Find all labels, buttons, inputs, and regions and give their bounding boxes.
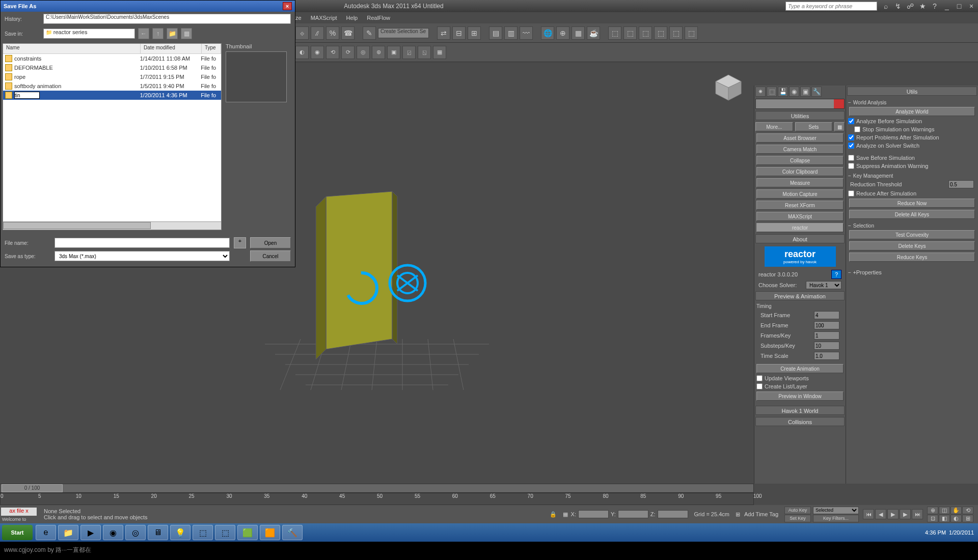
analyze-before-check[interactable] [848,118,854,124]
help-icon[interactable]: ? [930,2,939,11]
teapot-icon[interactable]: ☕ [587,26,600,40]
world-analysis-head[interactable]: World Analysis [846,99,978,106]
time-scale-input[interactable] [814,352,839,360]
util-motion-capture[interactable]: Motion Capture [756,189,843,199]
preview-window-button[interactable]: Preview in Window [756,391,843,401]
history-combo[interactable]: C:\Users\MainWorkStation\Documents\3dsMa… [43,14,291,24]
key-mode-select[interactable]: Selected [813,507,859,514]
file-row[interactable]: DEFORMABLE1/10/2011 6:58 PMFile fo [3,63,221,72]
util-reset-xform[interactable]: Reset XForm [756,201,843,210]
menu-item[interactable]: MAXScript [311,15,337,21]
close-icon[interactable]: × [967,2,976,11]
set-key-button[interactable]: Set Key [784,515,811,522]
add-time-tag[interactable]: Add Time Tag [744,511,778,517]
newfolder-icon[interactable]: 📁 [167,28,178,39]
utilities-tab-icon[interactable]: 🔧 [811,87,822,97]
menu-item[interactable]: Help [346,15,358,21]
solver-switch-check[interactable] [848,143,854,149]
util-maxscript[interactable]: MAXScript [756,212,843,221]
goto-end-icon[interactable]: ⏭ [912,509,923,519]
nav-5-icon[interactable]: ⊡ [927,515,938,522]
r4-icon[interactable]: ⬚ [654,26,667,40]
solver-select[interactable]: Havok 1 [806,281,841,289]
task-app6-icon[interactable]: ⬚ [215,525,235,540]
viewcube-icon[interactable] [713,72,744,103]
update-viewports-check[interactable] [756,375,763,381]
task-explorer-icon[interactable]: 📁 [58,525,78,540]
x-input[interactable] [578,510,609,518]
back-icon[interactable]: ← [138,28,149,39]
nav-7-icon[interactable]: ◐ [950,515,962,522]
nav-6-icon[interactable]: ◧ [939,515,950,522]
util-reactor[interactable]: reactor [756,223,843,232]
open-button[interactable]: Open [250,237,291,248]
utils-rollout-title[interactable]: Utils [847,87,977,96]
havok-rollout-title[interactable]: Havok 1 World [755,406,845,415]
r3-icon[interactable]: ⬚ [639,26,652,40]
task-ie-icon[interactable]: e [36,525,56,540]
grid-icon[interactable]: ▦ [563,511,568,518]
link-tool-icon[interactable]: ⟐ [295,26,309,40]
material-icon[interactable]: ⊕ [556,26,569,40]
preview-rollout-title[interactable]: Preview & Animation [755,291,845,300]
util-collapse[interactable]: Collapse [756,156,843,165]
create-list-check[interactable] [756,383,763,389]
config-button[interactable]: ▦ [834,122,845,131]
util-measure[interactable]: Measure [756,178,843,187]
about-rollout-title[interactable]: About [755,234,845,243]
end-frame-input[interactable] [814,321,839,329]
t2-10-icon[interactable]: ▦ [433,46,446,59]
reduce-now-button[interactable]: Reduce Now [849,199,974,208]
start-frame-input[interactable] [814,311,839,319]
col-name[interactable]: Name [3,44,141,53]
comm-icon[interactable]: ☍ [906,2,915,11]
t2-4-icon[interactable]: ⟳ [341,46,355,59]
align-icon[interactable]: ⫽ [311,26,324,40]
min-icon[interactable]: _ [942,2,952,11]
object-name-input[interactable] [756,99,834,108]
collisions-rollout-title[interactable]: Collisions [755,417,845,426]
file-row[interactable]: rope1/7/2011 9:15 PMFile fo [3,72,221,81]
filename-input[interactable] [55,238,230,248]
start-button[interactable]: Start [2,525,33,540]
viewmenu-icon[interactable]: ▦ [181,28,192,39]
substeps-key-input[interactable] [814,342,839,350]
render-icon[interactable]: ▦ [572,26,585,40]
r6-icon[interactable]: ⬚ [685,26,698,40]
binoculars-icon[interactable]: ⌕ [881,2,890,11]
t2-5-icon[interactable]: ◎ [357,46,370,59]
saveas-type-select[interactable]: 3ds Max (*.max) [55,251,230,261]
savein-combo[interactable]: 📁 reactor series [43,29,135,39]
globe-icon[interactable]: 🌐 [541,26,554,40]
analyze-world-button[interactable]: Analyze World [849,107,974,116]
t2-6-icon[interactable]: ⊛ [372,46,385,59]
up-icon[interactable]: ↑ [152,28,164,39]
phone-icon[interactable]: ☎ [341,26,355,40]
modify-tab-icon[interactable]: ⬚ [767,87,777,97]
utilities-rollout-title[interactable]: Utilities [755,111,845,120]
report-check[interactable] [848,134,854,141]
star-icon[interactable]: ★ [918,2,927,11]
util-asset-browser[interactable]: Asset Browser [756,133,843,143]
menu-item[interactable]: ze [295,15,302,21]
play-icon[interactable]: ▶ [887,509,899,519]
goto-start-icon[interactable]: ⏮ [863,509,874,519]
object-color-swatch[interactable] [834,99,844,108]
t2-9-icon[interactable]: ⍂ [418,46,431,59]
col-date[interactable]: Date modified [141,44,202,53]
layer-icon[interactable]: ▤ [489,26,502,40]
nav-3-icon[interactable]: ✋ [950,507,962,514]
task-app7-icon[interactable]: 🟩 [237,525,258,540]
auto-key-button[interactable]: Auto Key [784,507,811,514]
prev-frame-icon[interactable]: ◀ [875,509,886,519]
task-app8-icon[interactable]: 🟧 [260,525,280,540]
file-list[interactable]: Name Date modified Type constraints1/14/… [3,43,222,230]
time-tag-icon[interactable]: ⊞ [736,511,740,518]
create-animation-button[interactable]: Create Animation [756,364,843,373]
mirror-icon[interactable]: ⇄ [437,26,450,40]
file-row[interactable]: constraints1/14/2011 11:08 AMFile fo [3,54,221,63]
file-row[interactable]: softbody animation1/5/2011 9:40 PMFile f… [3,81,221,91]
reactor-help-button[interactable]: ? [831,270,841,279]
stop-warn-check[interactable] [854,126,860,132]
test-convexity-button[interactable]: Test Convexity [849,230,974,239]
